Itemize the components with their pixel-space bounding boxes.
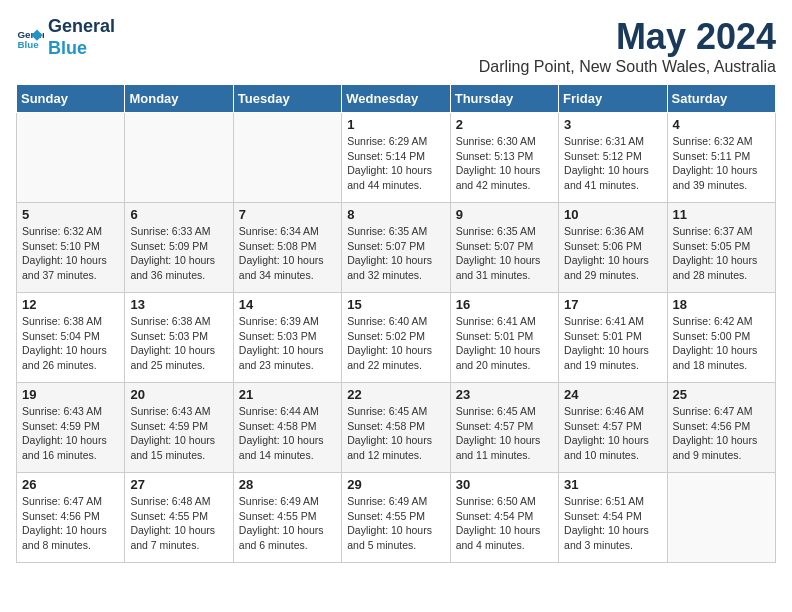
calendar-cell: 4Sunrise: 6:32 AM Sunset: 5:11 PM Daylig… [667,113,775,203]
calendar-cell: 25Sunrise: 6:47 AM Sunset: 4:56 PM Dayli… [667,383,775,473]
day-number: 9 [456,207,553,222]
calendar-cell: 3Sunrise: 6:31 AM Sunset: 5:12 PM Daylig… [559,113,667,203]
day-info: Sunrise: 6:45 AM Sunset: 4:57 PM Dayligh… [456,404,553,463]
day-info: Sunrise: 6:45 AM Sunset: 4:58 PM Dayligh… [347,404,444,463]
calendar-cell: 30Sunrise: 6:50 AM Sunset: 4:54 PM Dayli… [450,473,558,563]
calendar-cell: 8Sunrise: 6:35 AM Sunset: 5:07 PM Daylig… [342,203,450,293]
weekday-header-monday: Monday [125,85,233,113]
calendar-cell: 29Sunrise: 6:49 AM Sunset: 4:55 PM Dayli… [342,473,450,563]
calendar-cell: 13Sunrise: 6:38 AM Sunset: 5:03 PM Dayli… [125,293,233,383]
day-info: Sunrise: 6:39 AM Sunset: 5:03 PM Dayligh… [239,314,336,373]
weekday-header-thursday: Thursday [450,85,558,113]
day-info: Sunrise: 6:46 AM Sunset: 4:57 PM Dayligh… [564,404,661,463]
weekday-header-friday: Friday [559,85,667,113]
calendar-cell: 27Sunrise: 6:48 AM Sunset: 4:55 PM Dayli… [125,473,233,563]
day-info: Sunrise: 6:49 AM Sunset: 4:55 PM Dayligh… [347,494,444,553]
calendar-cell: 6Sunrise: 6:33 AM Sunset: 5:09 PM Daylig… [125,203,233,293]
calendar-cell [233,113,341,203]
day-info: Sunrise: 6:51 AM Sunset: 4:54 PM Dayligh… [564,494,661,553]
logo: General Blue General Blue [16,16,115,59]
day-info: Sunrise: 6:40 AM Sunset: 5:02 PM Dayligh… [347,314,444,373]
location-subtitle: Darling Point, New South Wales, Australi… [479,58,776,76]
day-number: 1 [347,117,444,132]
day-number: 3 [564,117,661,132]
day-info: Sunrise: 6:36 AM Sunset: 5:06 PM Dayligh… [564,224,661,283]
day-number: 21 [239,387,336,402]
day-info: Sunrise: 6:47 AM Sunset: 4:56 PM Dayligh… [22,494,119,553]
day-number: 24 [564,387,661,402]
calendar-cell: 16Sunrise: 6:41 AM Sunset: 5:01 PM Dayli… [450,293,558,383]
calendar-cell: 11Sunrise: 6:37 AM Sunset: 5:05 PM Dayli… [667,203,775,293]
day-info: Sunrise: 6:42 AM Sunset: 5:00 PM Dayligh… [673,314,770,373]
calendar-cell: 12Sunrise: 6:38 AM Sunset: 5:04 PM Dayli… [17,293,125,383]
calendar-cell: 23Sunrise: 6:45 AM Sunset: 4:57 PM Dayli… [450,383,558,473]
weekday-header-saturday: Saturday [667,85,775,113]
calendar-cell [17,113,125,203]
day-number: 2 [456,117,553,132]
calendar-body: 1Sunrise: 6:29 AM Sunset: 5:14 PM Daylig… [17,113,776,563]
day-number: 19 [22,387,119,402]
day-number: 13 [130,297,227,312]
day-info: Sunrise: 6:43 AM Sunset: 4:59 PM Dayligh… [130,404,227,463]
day-number: 15 [347,297,444,312]
logo-text-blue: Blue [48,38,115,60]
day-info: Sunrise: 6:49 AM Sunset: 4:55 PM Dayligh… [239,494,336,553]
day-number: 11 [673,207,770,222]
calendar-cell: 21Sunrise: 6:44 AM Sunset: 4:58 PM Dayli… [233,383,341,473]
day-number: 23 [456,387,553,402]
calendar-cell: 18Sunrise: 6:42 AM Sunset: 5:00 PM Dayli… [667,293,775,383]
day-info: Sunrise: 6:41 AM Sunset: 5:01 PM Dayligh… [564,314,661,373]
calendar-cell: 28Sunrise: 6:49 AM Sunset: 4:55 PM Dayli… [233,473,341,563]
calendar-cell: 24Sunrise: 6:46 AM Sunset: 4:57 PM Dayli… [559,383,667,473]
day-info: Sunrise: 6:35 AM Sunset: 5:07 PM Dayligh… [347,224,444,283]
day-number: 6 [130,207,227,222]
weekday-header-wednesday: Wednesday [342,85,450,113]
calendar-header-row: SundayMondayTuesdayWednesdayThursdayFrid… [17,85,776,113]
calendar-cell: 7Sunrise: 6:34 AM Sunset: 5:08 PM Daylig… [233,203,341,293]
day-info: Sunrise: 6:32 AM Sunset: 5:11 PM Dayligh… [673,134,770,193]
day-number: 5 [22,207,119,222]
day-info: Sunrise: 6:35 AM Sunset: 5:07 PM Dayligh… [456,224,553,283]
day-number: 10 [564,207,661,222]
day-number: 29 [347,477,444,492]
title-area: May 2024 Darling Point, New South Wales,… [479,16,776,76]
calendar-cell: 1Sunrise: 6:29 AM Sunset: 5:14 PM Daylig… [342,113,450,203]
day-info: Sunrise: 6:31 AM Sunset: 5:12 PM Dayligh… [564,134,661,193]
day-info: Sunrise: 6:30 AM Sunset: 5:13 PM Dayligh… [456,134,553,193]
calendar-week-row: 1Sunrise: 6:29 AM Sunset: 5:14 PM Daylig… [17,113,776,203]
calendar-cell: 15Sunrise: 6:40 AM Sunset: 5:02 PM Dayli… [342,293,450,383]
day-number: 4 [673,117,770,132]
day-number: 18 [673,297,770,312]
day-number: 22 [347,387,444,402]
calendar-cell: 14Sunrise: 6:39 AM Sunset: 5:03 PM Dayli… [233,293,341,383]
day-number: 27 [130,477,227,492]
calendar-week-row: 12Sunrise: 6:38 AM Sunset: 5:04 PM Dayli… [17,293,776,383]
calendar-cell: 31Sunrise: 6:51 AM Sunset: 4:54 PM Dayli… [559,473,667,563]
svg-text:Blue: Blue [17,38,39,49]
day-number: 8 [347,207,444,222]
logo-icon: General Blue [16,24,44,52]
calendar-cell: 20Sunrise: 6:43 AM Sunset: 4:59 PM Dayli… [125,383,233,473]
day-number: 16 [456,297,553,312]
day-number: 20 [130,387,227,402]
day-number: 17 [564,297,661,312]
weekday-header-sunday: Sunday [17,85,125,113]
calendar-cell: 19Sunrise: 6:43 AM Sunset: 4:59 PM Dayli… [17,383,125,473]
day-info: Sunrise: 6:43 AM Sunset: 4:59 PM Dayligh… [22,404,119,463]
calendar-cell [667,473,775,563]
day-info: Sunrise: 6:32 AM Sunset: 5:10 PM Dayligh… [22,224,119,283]
calendar-cell: 10Sunrise: 6:36 AM Sunset: 5:06 PM Dayli… [559,203,667,293]
day-number: 7 [239,207,336,222]
day-number: 31 [564,477,661,492]
day-info: Sunrise: 6:50 AM Sunset: 4:54 PM Dayligh… [456,494,553,553]
day-info: Sunrise: 6:33 AM Sunset: 5:09 PM Dayligh… [130,224,227,283]
calendar-table: SundayMondayTuesdayWednesdayThursdayFrid… [16,84,776,563]
calendar-cell: 9Sunrise: 6:35 AM Sunset: 5:07 PM Daylig… [450,203,558,293]
calendar-cell [125,113,233,203]
calendar-cell: 22Sunrise: 6:45 AM Sunset: 4:58 PM Dayli… [342,383,450,473]
calendar-week-row: 19Sunrise: 6:43 AM Sunset: 4:59 PM Dayli… [17,383,776,473]
day-info: Sunrise: 6:41 AM Sunset: 5:01 PM Dayligh… [456,314,553,373]
weekday-header-tuesday: Tuesday [233,85,341,113]
day-info: Sunrise: 6:44 AM Sunset: 4:58 PM Dayligh… [239,404,336,463]
day-number: 30 [456,477,553,492]
